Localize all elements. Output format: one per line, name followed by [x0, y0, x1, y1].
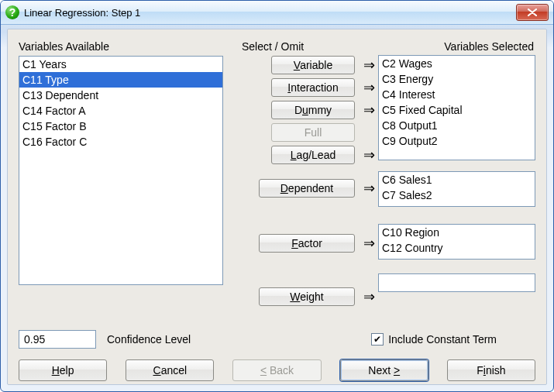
label-select-omit: Select / Omit [234, 40, 373, 53]
label-variables-selected: Variables Selected [373, 40, 535, 53]
window-title: Linear Regression: Step 1 [24, 7, 140, 19]
arrow-icon: ⇒ [360, 181, 378, 195]
factor-button[interactable]: Factor [259, 234, 355, 253]
checkbox-icon: ✔ [371, 333, 384, 346]
weight-button[interactable]: Weight [259, 287, 355, 306]
list-item[interactable]: C7 Sales2 [379, 187, 535, 203]
list-item[interactable]: C4 Interest [379, 87, 535, 102]
list-item[interactable]: C11 Type [19, 72, 222, 88]
list-item[interactable]: C14 Factor A [19, 103, 222, 119]
dependent-list[interactable]: C6 Sales1C7 Sales2 [378, 171, 535, 207]
interaction-button[interactable]: Interaction [271, 78, 355, 97]
cancel-button[interactable]: Cancel [126, 359, 214, 381]
label-variables-available: Variables Available [19, 40, 234, 53]
list-item[interactable]: C9 Output2 [379, 133, 535, 149]
help-button[interactable]: Help [19, 359, 107, 381]
lag-lead-button[interactable]: Lag/Lead [271, 146, 355, 164]
arrow-icon: ⇒ [360, 103, 378, 117]
dialog-window: ? Linear Regression: Step 1 Variables Av… [0, 0, 554, 392]
arrow-icon: ⇒ [360, 148, 378, 162]
weight-input[interactable] [378, 273, 535, 292]
include-constant-label: Include Constant Term [388, 333, 497, 346]
arrow-icon: ⇒ [360, 81, 378, 95]
list-item[interactable]: C12 Country [379, 240, 535, 256]
arrow-icon: ⇒ [360, 290, 378, 304]
dependent-button[interactable]: Dependent [259, 179, 355, 198]
confidence-level-input[interactable] [19, 330, 96, 349]
list-item[interactable]: C1 Years [19, 57, 222, 72]
bottom-button-row: Help Cancel < Back Next > Finish [19, 359, 535, 381]
include-constant-checkbox[interactable]: ✔ Include Constant Term [371, 333, 497, 346]
middle-buttons-column: Variable ⇒ Interaction ⇒ Dummy ⇒ Full ⇒ … [223, 56, 378, 310]
close-button[interactable] [516, 4, 549, 21]
main-row: C1 YearsC11 TypeC13 DependentC14 Factor … [19, 56, 535, 310]
full-button: Full [271, 123, 355, 142]
arrow-icon: ⇒ [360, 58, 378, 72]
factor-list[interactable]: C10 RegionC12 Country [378, 224, 535, 260]
variables-selected-list[interactable]: C2 WagesC3 EnergyC4 InterestC5 Fixed Cap… [378, 55, 535, 160]
selected-column: C2 WagesC3 EnergyC4 InterestC5 Fixed Cap… [378, 56, 535, 310]
list-item[interactable]: C2 Wages [379, 56, 535, 71]
confidence-row: Confidence Level ✔ Include Constant Term [19, 330, 535, 349]
list-item[interactable]: C16 Factor C [19, 134, 222, 150]
arrow-icon: ⇒ [360, 236, 378, 250]
variables-available-list[interactable]: C1 YearsC11 TypeC13 DependentC14 Factor … [19, 56, 223, 285]
list-item[interactable]: C15 Factor B [19, 119, 222, 134]
top-labels-row: Variables Available Select / Omit Variab… [19, 40, 535, 53]
list-item[interactable]: C3 Energy [379, 71, 535, 87]
dummy-button[interactable]: Dummy [271, 101, 355, 119]
list-item[interactable]: C13 Dependent [19, 88, 222, 103]
client-area: Variables Available Select / Omit Variab… [7, 29, 547, 385]
title-bar: ? Linear Regression: Step 1 [1, 1, 553, 25]
list-item[interactable]: C10 Region [379, 225, 535, 240]
help-icon: ? [5, 5, 19, 19]
list-item[interactable]: C8 Output1 [379, 118, 535, 133]
confidence-level-label: Confidence Level [107, 333, 191, 346]
next-button[interactable]: Next > [340, 359, 428, 381]
back-button: < Back [232, 359, 321, 381]
variable-button[interactable]: Variable [271, 56, 355, 74]
finish-button[interactable]: Finish [447, 359, 535, 381]
close-icon [528, 9, 537, 16]
list-item[interactable]: C5 Fixed Capital [379, 102, 535, 118]
list-item[interactable]: C6 Sales1 [379, 172, 535, 187]
